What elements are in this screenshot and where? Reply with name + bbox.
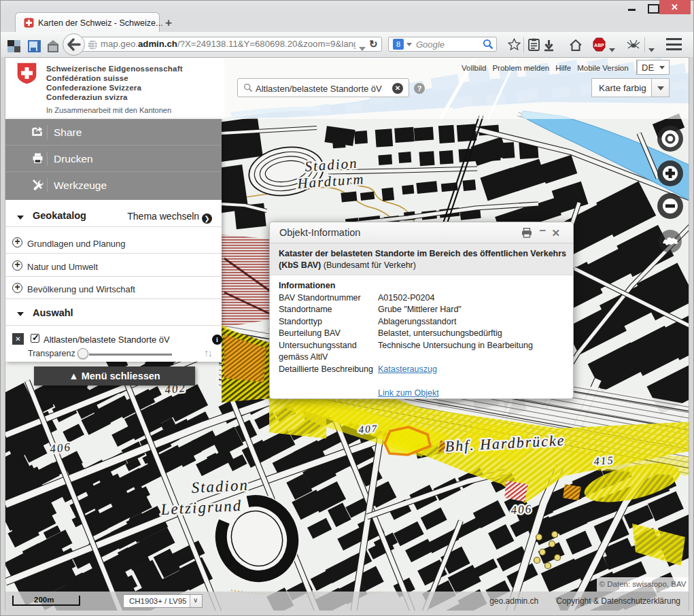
svg-text:ABP: ABP xyxy=(594,43,604,48)
svg-text:Stadion: Stadion xyxy=(191,477,249,496)
svg-text:406: 406 xyxy=(510,502,533,517)
svg-text:407: 407 xyxy=(358,423,379,435)
svg-text:406: 406 xyxy=(49,441,71,456)
svg-text:415: 415 xyxy=(593,454,614,467)
